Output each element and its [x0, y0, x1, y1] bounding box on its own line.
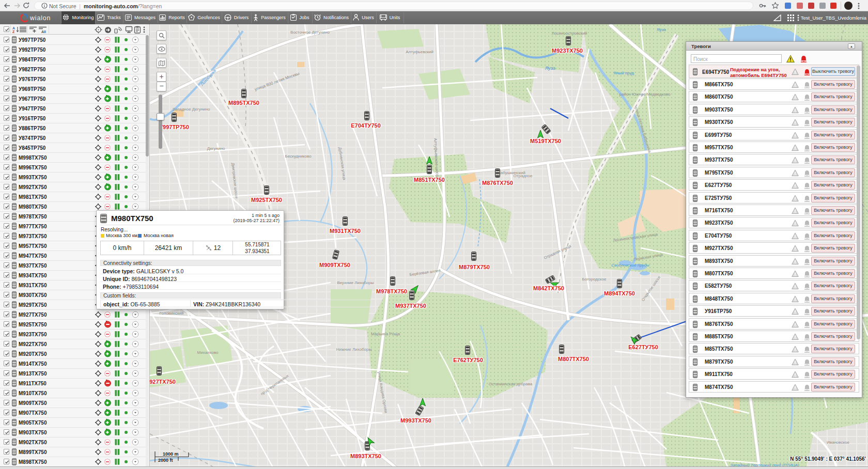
svg-text:Z: Z [12, 30, 15, 33]
svg-text:Бескудниково: Бескудниково [285, 154, 312, 159]
svg-text:Марьина Роща: Марьина Роща [371, 332, 400, 336]
svg-text:Останкинская дубрава: Останкинская дубрава [489, 382, 533, 386]
svg-text:1000 m: 1000 m [163, 451, 179, 457]
svg-text:Лосиноостровский: Лосиноостровский [552, 31, 587, 36]
svg-text:2000 ft: 2000 ft [158, 458, 173, 463]
svg-text:A: A [12, 26, 15, 30]
svg-text:Верхние Лихоборы: Верхние Лихоборы [337, 280, 374, 285]
svg-text:Свибловские пруды: Свибловские пруды [611, 263, 649, 268]
svg-text:Дегунино: Дегунино [207, 146, 225, 151]
svg-text:Восточное Дегунино: Восточное Дегунино [290, 30, 330, 35]
svg-text:Яуза: Яуза [656, 27, 666, 32]
svg-text:Яный пруд: Яный пруд [613, 71, 634, 75]
svg-text:Нижние Лихоборы: Нижние Лихоборы [336, 347, 372, 352]
svg-text:Западное Дегунино: Западное Дегунино [173, 107, 210, 112]
svg-text:Яуза: Яуза [545, 66, 555, 71]
svg-text:wialon: wialon [29, 14, 51, 22]
svg-text:Бабушкинский: Бабушкинский [498, 170, 525, 175]
svg-text:Богородское: Богородское [582, 277, 607, 282]
svg-text:All: All [41, 30, 46, 33]
svg-text:Алтуфьевский: Алтуфьевский [406, 50, 433, 54]
svg-text:район Южное Медведково: район Южное Медведково [619, 92, 671, 97]
svg-text:Ивановское: Ивановское [827, 440, 849, 445]
svg-text:Михалково: Михалково [197, 350, 219, 355]
svg-text:Головинский: Головинский [160, 311, 184, 316]
